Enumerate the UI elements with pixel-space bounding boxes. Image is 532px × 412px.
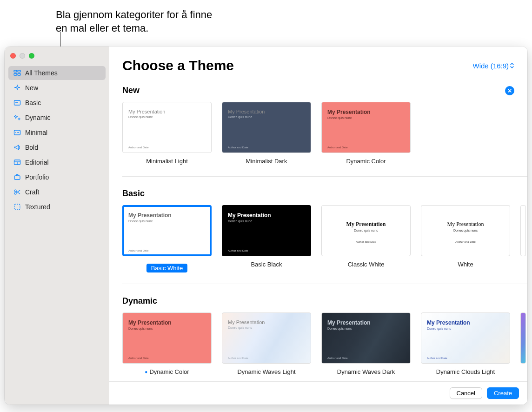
- sidebar-item-portfolio[interactable]: Portfolio: [8, 170, 106, 184]
- theme-card-dynamic-clouds-light[interactable]: My PresentationDonec quis nuncAuthor and…: [421, 312, 510, 376]
- theme-caption-wrap: Minimalist Dark: [222, 157, 311, 165]
- thumb-title: My Presentation: [447, 221, 484, 228]
- dismiss-section-button[interactable]: [505, 86, 514, 95]
- minimize-window-button[interactable]: [20, 53, 25, 59]
- thumb-title: My Presentation: [228, 319, 305, 325]
- aspect-ratio-label: Wide (16:9): [472, 62, 509, 70]
- thumb-footer: Author and Date: [128, 357, 206, 359]
- sidebar-item-minimal[interactable]: Minimal: [8, 126, 106, 140]
- theme-caption-wrap: Minimalist Light: [122, 157, 212, 165]
- theme-caption-wrap: White: [421, 260, 510, 268]
- theme-thumbnail: My PresentationDonec quis nuncAuthor and…: [222, 205, 311, 256]
- theme-caption: Dynamic Color: [149, 368, 189, 375]
- theme-thumbnail: [520, 205, 526, 256]
- sidebar-item-bold[interactable]: Bold: [8, 140, 106, 154]
- svg-rect-3: [18, 73, 20, 75]
- theme-row: My PresentationDonec quis nuncAuthor and…: [122, 102, 527, 165]
- svg-rect-16: [14, 204, 20, 210]
- theme-card-basic-black[interactable]: My PresentationDonec quis nuncAuthor and…: [222, 205, 311, 272]
- theme-caption: Dynamic Waves Light: [237, 368, 295, 375]
- section-basic: BasicMy PresentationDonec quis nuncAutho…: [122, 189, 527, 284]
- theme-row: My PresentationDonec quis nuncAuthor and…: [122, 312, 527, 376]
- sidebar-item-new[interactable]: New: [8, 81, 106, 95]
- thumb-footer: Author and Date: [228, 357, 305, 359]
- sidebar-item-label: Bold: [25, 144, 38, 151]
- thumb-subtitle: Donec quis nunc: [354, 229, 378, 232]
- thumb-title: My Presentation: [128, 109, 206, 114]
- section-header: Basic: [122, 189, 527, 199]
- thumb-title: My Presentation: [327, 109, 405, 115]
- footer-bar: Cancel Create: [109, 381, 527, 405]
- theme-caption-wrap: Dynamic Waves Light: [222, 367, 311, 376]
- thumb-title: My Presentation: [128, 319, 206, 326]
- header-row: Choose a Theme Wide (16:9): [122, 58, 527, 73]
- create-button[interactable]: Create: [487, 387, 519, 399]
- theme-card-minimalist-light[interactable]: My PresentationDonec quis nuncAuthor and…: [122, 102, 212, 165]
- theme-card-dynamic-waves-dark[interactable]: My PresentationDonec quis nuncAuthor and…: [321, 312, 411, 376]
- theme-card-classic-white[interactable]: My PresentationDonec quis nuncAuthor and…: [321, 205, 411, 272]
- sidebar-item-dynamic[interactable]: Dynamic: [8, 111, 106, 125]
- window-controls: [5, 50, 109, 66]
- theme-caption: Minimalist Light: [146, 158, 188, 165]
- theme-card-partial[interactable]: [520, 312, 526, 376]
- theme-caption: Basic White: [146, 264, 188, 272]
- chevron-up-down-icon: [510, 62, 514, 69]
- thumb-footer: Author and Date: [228, 146, 305, 149]
- sidebar-item-label: Craft: [25, 188, 39, 196]
- text-icon: [13, 128, 21, 137]
- thumb-title: My Presentation: [128, 212, 206, 219]
- thumb-footer: Author and Date: [356, 240, 376, 243]
- sidebar-item-textured[interactable]: Textured: [8, 200, 106, 214]
- annotation-text: Bla gjennom kategoriter for å finne en m…: [56, 8, 223, 35]
- close-window-button[interactable]: [10, 53, 16, 59]
- theme-thumbnail: [520, 312, 526, 364]
- theme-card-minimalist-dark[interactable]: My PresentationDonec quis nuncAuthor and…: [222, 102, 311, 165]
- sidebar-item-all-themes[interactable]: All Themes: [8, 66, 106, 80]
- zoom-window-button[interactable]: [29, 53, 34, 59]
- thumb-title: My Presentation: [327, 319, 405, 326]
- sidebar-item-label: All Themes: [25, 69, 58, 77]
- sidebar-item-label: Editorial: [25, 159, 49, 166]
- sparkle-icon: [13, 84, 21, 92]
- section-title: Basic: [122, 189, 145, 199]
- theme-card-dynamic-color[interactable]: My PresentationDonec quis nuncAuthor and…: [122, 312, 212, 376]
- thumb-title: My Presentation: [346, 221, 386, 228]
- theme-caption-wrap: Basic White: [122, 260, 212, 272]
- thumb-title: My Presentation: [427, 319, 504, 326]
- theme-chooser-window: All ThemesNewBasicDynamicMinimalBoldEdit…: [5, 47, 527, 405]
- thumb-subtitle: Donec quis nunc: [228, 219, 305, 223]
- theme-scroll-area[interactable]: Choose a Theme Wide (16:9) NewMy Present…: [109, 47, 527, 381]
- svg-point-9: [18, 132, 19, 133]
- thumb-subtitle: Donec quis nunc: [327, 116, 405, 120]
- briefcase-icon: [13, 173, 21, 181]
- sidebar-item-basic[interactable]: Basic: [8, 96, 106, 110]
- sidebar-item-craft[interactable]: Craft: [8, 185, 106, 199]
- thumb-footer: Author and Date: [128, 146, 206, 149]
- theme-card-basic-white[interactable]: My PresentationDonec quis nuncAuthor and…: [122, 205, 212, 272]
- thumb-subtitle: Donec quis nunc: [128, 327, 206, 330]
- thumb-footer: Author and Date: [427, 357, 504, 359]
- theme-card-partial[interactable]: [520, 205, 526, 272]
- theme-caption: Dynamic Color: [346, 158, 386, 165]
- thumb-title: My Presentation: [228, 109, 305, 114]
- theme-caption: White: [458, 261, 473, 268]
- svg-point-7: [15, 132, 16, 133]
- grid-icon: [13, 69, 21, 77]
- theme-card-white[interactable]: My PresentationDonec quis nuncAuthor and…: [421, 205, 510, 272]
- thumb-footer: Author and Date: [455, 240, 476, 243]
- megaphone-icon: [13, 143, 21, 152]
- cancel-button[interactable]: Cancel: [450, 387, 482, 399]
- theme-caption: Basic Black: [251, 261, 282, 268]
- theme-thumbnail: My PresentationDonec quis nuncAuthor and…: [321, 102, 411, 153]
- sidebar-item-label: New: [25, 84, 38, 92]
- aspect-ratio-select[interactable]: Wide (16:9): [472, 62, 514, 70]
- theme-card-dynamic-waves-light[interactable]: My PresentationDonec quis nuncAuthor and…: [222, 312, 311, 376]
- main-panel: Choose a Theme Wide (16:9) NewMy Present…: [109, 47, 527, 405]
- theme-card-dynamic-color[interactable]: My PresentationDonec quis nuncAuthor and…: [321, 102, 411, 165]
- sidebar-item-editorial[interactable]: Editorial: [8, 155, 106, 169]
- theme-caption: Classic White: [348, 261, 385, 268]
- sidebar-item-label: Minimal: [25, 129, 47, 136]
- thumb-footer: Author and Date: [327, 146, 405, 149]
- page-title: Choose a Theme: [122, 58, 234, 73]
- sidebar-item-label: Dynamic: [25, 114, 50, 121]
